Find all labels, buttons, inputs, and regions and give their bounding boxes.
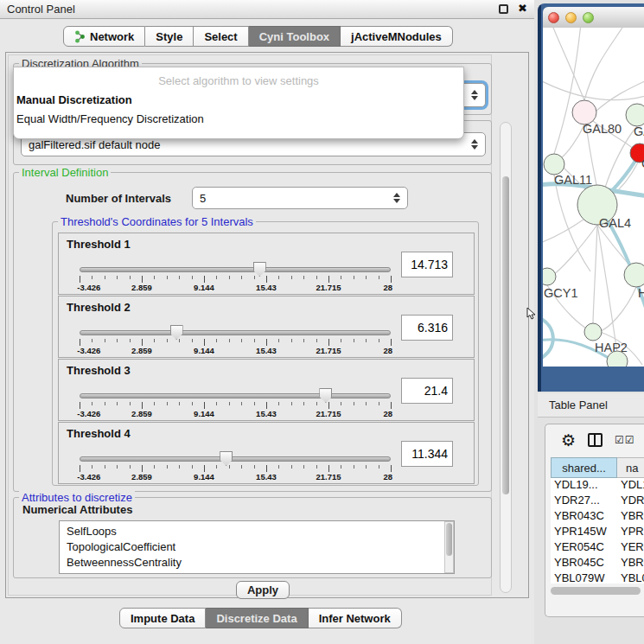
group-title: Threshold's Coordinates for 5 Intervals xyxy=(58,215,256,228)
table-panel-titlebar: Table Panel xyxy=(538,393,644,418)
slider-thumb[interactable] xyxy=(319,388,332,403)
threshold-label: Threshold 4 xyxy=(67,427,131,440)
slider-tick-labels: -3.4262.8599.14415.4321.71528 xyxy=(80,472,391,482)
table-horizontal-scrollbar[interactable] xyxy=(551,587,641,595)
network-node[interactable] xyxy=(544,154,564,175)
slider-ticks xyxy=(80,465,391,472)
numerical-attributes-list[interactable]: SelfLoopsTopologicalCoefficientBetweenne… xyxy=(59,520,455,574)
tab-discretize-data[interactable]: Discretize Data xyxy=(206,608,308,628)
cell-shared-name: YER054C xyxy=(551,540,617,556)
table-row[interactable]: YBR043CYBR0 xyxy=(551,509,644,525)
tab-network[interactable]: Network xyxy=(63,26,145,47)
slider-thumb[interactable] xyxy=(220,451,233,466)
tab-cyni-toolbox[interactable]: Cyni Toolbox xyxy=(249,26,341,47)
table-toolbar: ⚙ ☑☑ xyxy=(545,424,644,456)
attributes-group: Attributes to discretize Numerical Attri… xyxy=(13,497,492,578)
slider-thumb[interactable] xyxy=(253,262,266,277)
attribute-list-item[interactable]: BetweennessCentrality xyxy=(67,555,454,571)
column-header-name[interactable]: na xyxy=(617,457,644,478)
network-canvas[interactable]: GAL80GACGAL11GAL4GCY1HHAP2 xyxy=(543,28,644,367)
tab-style[interactable]: Style xyxy=(145,26,194,47)
number-of-intervals-label: Number of Intervals xyxy=(66,192,171,205)
mouse-cursor-icon xyxy=(526,308,537,320)
cell-shared-name: YBR045C xyxy=(551,556,617,571)
threshold-value-field[interactable]: 11.344 xyxy=(401,441,453,467)
split-columns-icon[interactable] xyxy=(588,433,603,447)
table-row[interactable]: YPR145WYPR1 xyxy=(551,525,644,540)
threshold-slider[interactable] xyxy=(80,392,391,399)
threshold-row: Threshold 2-3.4262.8599.14415.4321.71528… xyxy=(58,296,475,358)
attribute-list-item[interactable]: TopologicalCoefficient xyxy=(67,539,454,555)
column-header-shared[interactable]: shared... xyxy=(551,457,617,478)
cell-shared-name: YDL19... xyxy=(551,478,617,494)
cell-shared-name: YBR043C xyxy=(551,509,617,525)
attribute-list-item[interactable]: SelfLoops xyxy=(67,524,454,539)
tab-jactivemnodules[interactable]: jActiveMNodules xyxy=(341,26,453,47)
network-node[interactable] xyxy=(572,100,596,124)
close-icon[interactable]: ✖ xyxy=(518,2,527,15)
table-row[interactable]: YBR045CYBR0 xyxy=(551,556,644,571)
threshold-value-field[interactable]: 21.4 xyxy=(401,378,453,404)
cyni-settings-panel: Discretization Algorithm Select algorith… xyxy=(5,52,529,598)
tab-label: Network xyxy=(90,30,134,43)
apply-button[interactable]: Apply xyxy=(236,581,290,599)
network-node[interactable] xyxy=(543,268,556,285)
threshold-slider[interactable] xyxy=(80,456,391,462)
network-node[interactable] xyxy=(624,263,644,287)
network-node[interactable] xyxy=(584,323,602,341)
float-window-icon[interactable] xyxy=(499,4,508,14)
slider-thumb[interactable] xyxy=(170,325,183,340)
table-header-row: shared... na xyxy=(551,457,644,478)
node-attribute-table[interactable]: shared... na YDL19...YDL1YDR27...YDR2YBR… xyxy=(551,457,644,583)
group-title: Interval Definition xyxy=(19,166,111,179)
table-row[interactable]: YBL079WYBL0 xyxy=(551,571,644,583)
network-node[interactable] xyxy=(626,104,644,126)
threshold-slider[interactable] xyxy=(80,329,391,336)
threshold-list: Threshold 1-3.4262.8599.14415.4321.71528… xyxy=(58,233,475,485)
table-data-value: galFiltered.sif default node xyxy=(29,138,160,151)
network-view-window: GAL80GACGAL11GAL4GCY1HHAP2 xyxy=(538,3,644,392)
dropdown-option-manual[interactable]: Manual Discretization xyxy=(16,93,132,106)
cell-shared-name: YBL079W xyxy=(551,571,617,583)
thresholds-group: Threshold's Coordinates for 5 Intervals … xyxy=(52,221,479,486)
threshold-row: Threshold 3-3.4262.8599.14415.4321.71528… xyxy=(58,359,475,421)
cell-shared-name: YDR27... xyxy=(551,494,617,509)
slider-ticks xyxy=(80,402,391,409)
cell-shared-name: YPR145W xyxy=(551,525,617,540)
tab-select[interactable]: Select xyxy=(194,26,248,47)
threshold-slider[interactable] xyxy=(80,266,391,273)
table-row[interactable]: YDR27...YDR2 xyxy=(551,494,644,509)
tab-impute-data[interactable]: Impute Data xyxy=(119,608,206,628)
table-row[interactable]: YDL19...YDL1 xyxy=(551,478,644,494)
cell-name: YPR1 xyxy=(617,525,644,540)
threshold-value-field[interactable]: 14.713 xyxy=(401,252,453,277)
threshold-label: Threshold 1 xyxy=(67,238,131,251)
dropdown-option-equal-width[interactable]: Equal Width/Frequency Discretization xyxy=(16,112,204,125)
number-of-intervals-combobox[interactable]: 5 xyxy=(192,187,408,209)
network-icon xyxy=(74,30,86,43)
node-label: GAL80 xyxy=(583,122,622,136)
attributes-scrollbar[interactable] xyxy=(444,521,454,573)
select-columns-checkboxes-icon[interactable]: ☑☑ xyxy=(615,434,635,446)
control-panel: Control Panel ✖ Network Style Select Cyn… xyxy=(0,0,534,644)
threshold-label: Threshold 2 xyxy=(67,301,131,314)
settings-scrollbar-thumb[interactable] xyxy=(502,176,509,494)
cell-name: YBL0 xyxy=(617,571,644,583)
control-panel-titlebar: Control Panel ✖ xyxy=(0,0,534,19)
slider-ticks xyxy=(80,339,391,346)
slider-ticks xyxy=(80,276,391,283)
interval-definition-group: Interval Definition Number of Intervals … xyxy=(13,172,492,492)
threshold-value-field[interactable]: 6.316 xyxy=(401,315,453,341)
cell-name: YBR0 xyxy=(617,556,644,571)
top-tab-bar: Network Style Select Cyni Toolbox jActiv… xyxy=(63,26,453,47)
screenshot-root: Control Panel ✖ Network Style Select Cyn… xyxy=(0,0,644,644)
tab-infer-network[interactable]: Infer Network xyxy=(309,608,402,628)
minimize-traffic-light-icon[interactable] xyxy=(565,12,577,23)
settings-scrollbar[interactable] xyxy=(500,122,512,593)
number-of-intervals-value: 5 xyxy=(200,192,206,205)
table-row[interactable]: YER054CYER0 xyxy=(551,540,644,556)
cell-name: YDR2 xyxy=(617,494,644,509)
close-traffic-light-icon[interactable] xyxy=(548,12,559,23)
zoom-traffic-light-icon[interactable] xyxy=(583,12,594,23)
gear-icon[interactable]: ⚙ xyxy=(561,432,576,449)
